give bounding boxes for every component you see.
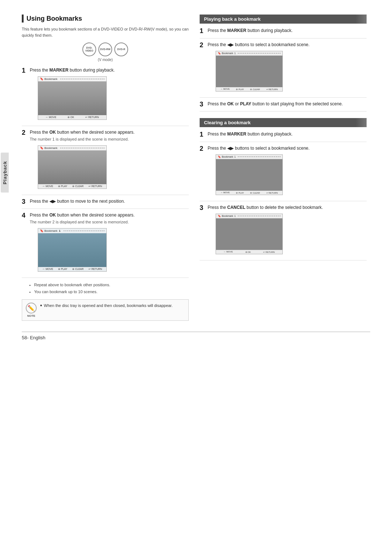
- r2-step-1: 1 Press the MARKER button during playbac…: [200, 131, 367, 142]
- bullet-2: You can bookmark up to 10 scenes.: [34, 288, 189, 296]
- section-title: Using Bookmarks: [22, 15, 189, 23]
- r2-step-number-1: 1: [200, 131, 208, 139]
- mode-icon-dvd-video: DVD-VIDEO: [82, 43, 96, 56]
- r1-screenshot-2-controls: ↔ MOVE ⊛ PLAY ⊛ CLEAR ↩ RETURN: [216, 87, 282, 91]
- step-2-text: Press the OK button when the desired sce…: [30, 129, 189, 135]
- note-box: ✏️ NOTE When the disc tray is opened and…: [22, 299, 189, 321]
- r2-step-content-2: Press the ◀▶ buttons to select a bookmar…: [208, 145, 367, 198]
- step-number-2: 2: [22, 129, 30, 137]
- r1-step-2-text: Press the ◀▶ buttons to select a bookmar…: [208, 41, 367, 48]
- step-4-text: Press the OK button when the desired sce…: [30, 212, 189, 218]
- screenshot-2: 🔖 Bookmark ↔ MOVE ⊛ PLAY ⊛ CLEAR ↩ RETUR…: [38, 145, 107, 189]
- r1-step-content-2: Press the ◀▶ buttons to select a bookmar…: [208, 41, 367, 94]
- screenshot-2-controls: ↔ MOVE ⊛ PLAY ⊛ CLEAR ↩ RETURN: [38, 184, 106, 189]
- r1-step-number-3: 3: [200, 101, 208, 109]
- step-number-1: 1: [22, 67, 30, 75]
- mode-icon-dvd-rw: DVD-RW: [98, 43, 112, 56]
- r1-screenshot-2-bar: 🔖 Bookmark 1: [216, 51, 282, 56]
- step-content-1: Press the MARKER button during playback.…: [30, 67, 189, 123]
- mode-label: (V mode): [22, 58, 189, 62]
- step-content-3: Press the ◀▶ button to move to the next …: [30, 198, 189, 205]
- step-1-text: Press the MARKER button during playback.: [30, 67, 189, 73]
- playing-back-header: Playing back a bookmark: [200, 15, 367, 24]
- step-number-4: 4: [22, 212, 30, 220]
- r2-screenshot-2-controls: ↔ MOVE ⊛ PLAY ⊛ CLEAR ↩ RETURN: [216, 191, 282, 195]
- page-footer: 58- English: [22, 332, 370, 340]
- note-label: NOTE: [27, 314, 35, 317]
- step-number-3: 3: [22, 198, 30, 206]
- r1-screenshot-2: 🔖 Bookmark 1 ↔ MOVE ⊛ PLAY ⊛ CLEAR ↩ RET…: [216, 51, 283, 92]
- screenshot-4-bar: 🔖 Bookmark 1: [38, 228, 106, 233]
- r1-step-1-text: Press the MARKER button during playback.: [208, 27, 367, 34]
- title-bar-accent: [22, 15, 24, 23]
- r2-screenshot-3: 🔖 Bookmark 1 ↔ MOVE ⊛ OK ↩ RETURN: [216, 214, 283, 254]
- r2-step-content-1: Press the MARKER button during playback.: [208, 131, 367, 137]
- left-step-3: 3 Press the ◀▶ button to move to the nex…: [22, 198, 189, 209]
- note-text: When the disc tray is opened and then cl…: [40, 303, 173, 309]
- step-3-text: Press the ◀▶ button to move to the next …: [30, 198, 189, 205]
- intro-text: This feature lets you bookmark sections …: [22, 26, 189, 38]
- mode-icons-row: DVD-VIDEO DVD-RW DVD-R: [22, 43, 189, 56]
- r1-step-1: 1 Press the MARKER button during playbac…: [200, 27, 367, 39]
- sidebar-label: Playback: [2, 161, 8, 184]
- r2-step-3: 3 Press the CANCEL button to delete the …: [200, 204, 367, 260]
- left-column: Using Bookmarks This feature lets you bo…: [22, 15, 189, 321]
- r2-screenshot-2: 🔖 Bookmark 1 ↔ MOVE ⊛ PLAY ⊛ CLEAR ↩ RET…: [216, 154, 283, 195]
- note-bullet-1: When the disc tray is opened and then cl…: [40, 303, 173, 309]
- screenshot-1: 🔖 Bookmark ↔ MOVE ⊛ OK ↩ RETURN: [38, 76, 107, 120]
- screenshot-2-bar: 🔖 Bookmark: [38, 146, 106, 150]
- bullet-1: Repeat above to bookmark other positions…: [34, 282, 189, 289]
- r2-step-3-text: Press the CANCEL button to delete the se…: [208, 204, 367, 211]
- r1-step-number-1: 1: [200, 27, 208, 35]
- page-title: Using Bookmarks: [26, 15, 82, 23]
- right-column: Playing back a bookmark 1 Press the MARK…: [200, 15, 367, 321]
- sidebar-tab: Playback: [1, 153, 9, 193]
- r2-screenshot-3-controls: ↔ MOVE ⊛ OK ↩ RETURN: [216, 250, 282, 254]
- r2-step-content-3: Press the CANCEL button to delete the se…: [208, 204, 367, 257]
- note-icon: ✏️: [26, 303, 37, 313]
- r2-step-number-3: 3: [200, 204, 208, 212]
- r1-step-content-1: Press the MARKER button during playback.: [208, 27, 367, 34]
- r2-step-1-text: Press the MARKER button during playback.: [208, 131, 367, 137]
- screenshot-4-controls: ↔ MOVE ⊛ PLAY ⊛ CLEAR ↩ RETURN: [38, 267, 106, 271]
- clearing-header: Clearing a bookmark: [200, 118, 367, 127]
- r2-step-2-text: Press the ◀▶ buttons to select a bookmar…: [208, 145, 367, 151]
- r2-step-number-2: 2: [200, 145, 208, 153]
- left-step-4: 4 Press the OK button when the desired s…: [22, 212, 189, 278]
- step-4-subtext: The number 2 is displayed and the scene …: [30, 219, 189, 225]
- note-icon-wrap: ✏️ NOTE: [26, 303, 37, 317]
- r1-step-number-2: 2: [200, 41, 208, 49]
- r1-step-3-text: Press the OK or PLAY button to start pla…: [208, 101, 367, 107]
- left-step-1: 1 Press the MARKER button during playbac…: [22, 67, 189, 126]
- bullet-list: Repeat above to bookmark other positions…: [30, 282, 189, 296]
- step-content-2: Press the OK button when the desired sce…: [30, 129, 189, 192]
- mode-icon-dvd-r: DVD-R: [114, 43, 128, 56]
- r2-screenshot-3-bar: 🔖 Bookmark 1: [216, 214, 282, 218]
- page-number: 58- English: [22, 335, 45, 340]
- r1-step-2: 2 Press the ◀▶ buttons to select a bookm…: [200, 41, 367, 98]
- screenshot-1-controls: ↔ MOVE ⊛ OK ↩ RETURN: [38, 115, 106, 120]
- r2-step-2: 2 Press the ◀▶ buttons to select a bookm…: [200, 145, 367, 201]
- r1-step-3: 3 Press the OK or PLAY button to start p…: [200, 101, 367, 112]
- screenshot-1-bar: 🔖 Bookmark: [38, 77, 106, 81]
- left-step-2: 2 Press the OK button when the desired s…: [22, 129, 189, 195]
- r1-step-content-3: Press the OK or PLAY button to start pla…: [208, 101, 367, 107]
- step-2-subtext: The number 1 is displayed and the scene …: [30, 136, 189, 142]
- screenshot-4: 🔖 Bookmark 1 ↔ MOVE ⊛ PLAY ⊛ CLEAR ↩ RET…: [38, 228, 107, 272]
- r2-screenshot-2-bar: 🔖 Bookmark 1: [216, 155, 282, 159]
- step-content-4: Press the OK button when the desired sce…: [30, 212, 189, 275]
